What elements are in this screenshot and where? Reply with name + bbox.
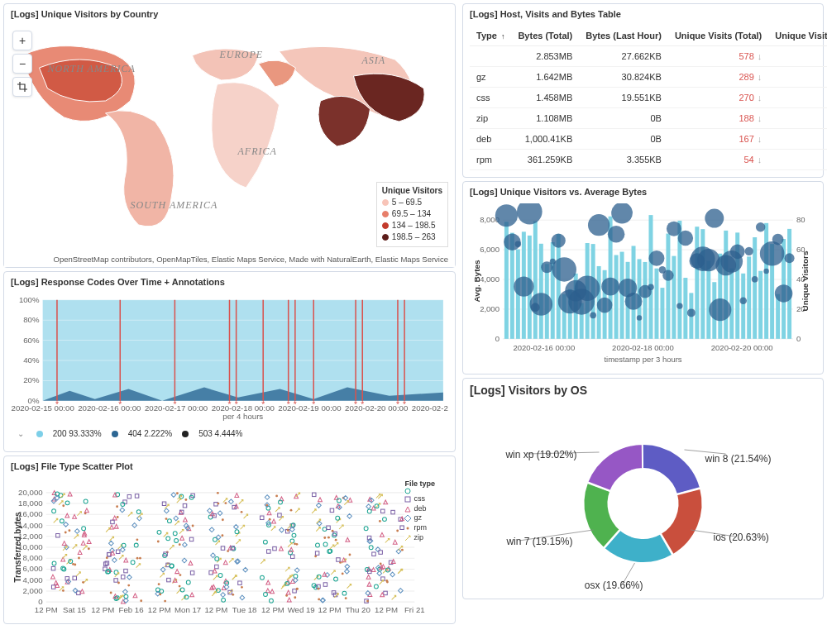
zoom-out-button[interactable]: −: [12, 54, 32, 74]
svg-text:12 PM: 12 PM: [261, 605, 284, 614]
svg-text:Wed 19: Wed 19: [288, 605, 315, 614]
svg-text:timestamp per 3 hours: timestamp per 3 hours: [604, 355, 681, 364]
svg-point-183: [227, 550, 229, 552]
svg-text:40%: 40%: [23, 355, 40, 365]
svg-rect-1: [43, 300, 443, 401]
svg-text:12 PM: 12 PM: [35, 605, 58, 614]
bubble-chart[interactable]: 02,0004,0006,0008,000 020406080 2020-02-…: [470, 203, 816, 367]
svg-rect-342: [614, 255, 619, 339]
table-row[interactable]: deb1,000.41KB0B167↓0↓: [470, 129, 827, 150]
table-row[interactable]: zip1.108MB0B188↓0↓: [470, 108, 827, 129]
table-header[interactable]: Unique Visits (Total): [668, 26, 768, 46]
svg-text:60%: 60%: [23, 336, 40, 345]
table-header[interactable]: Unique Visits (Last Hour): [768, 26, 827, 46]
svg-point-92: [65, 532, 67, 534]
donut-slice[interactable]: [640, 444, 700, 494]
table-row[interactable]: gz1.642MB30.824KB289↓4↓: [470, 67, 827, 88]
svg-rect-348: [648, 215, 653, 339]
svg-rect-347: [643, 262, 648, 339]
legend-item[interactable]: 5 – 69.5: [382, 197, 442, 208]
svg-point-119: [110, 592, 112, 594]
continent-label: EUROPE: [219, 49, 264, 60]
table-header[interactable]: Bytes (Total): [511, 26, 579, 46]
svg-point-419: [760, 241, 785, 266]
svg-rect-146: [183, 503, 186, 507]
table-row[interactable]: 2.853MB27.662KB578↓6↓: [470, 46, 827, 67]
legend-item[interactable]: 198.5 – 263: [382, 231, 442, 243]
svg-text:4,000: 4,000: [22, 575, 42, 584]
svg-point-114: [140, 599, 142, 602]
svg-text:6,000: 6,000: [22, 565, 42, 574]
response-chart[interactable]: 0%20%40%60%80%100% 2020-02-15 00:002020-…: [11, 293, 448, 426]
svg-rect-97: [51, 566, 55, 570]
svg-point-268: [318, 598, 320, 600]
svg-point-301: [375, 504, 379, 508]
svg-text:12 PM: 12 PM: [318, 605, 342, 614]
legend-item[interactable]: css: [404, 494, 435, 504]
svg-text:80%: 80%: [23, 315, 40, 324]
svg-point-300: [386, 581, 389, 584]
svg-text:6,000: 6,000: [480, 245, 500, 254]
svg-rect-230: [267, 550, 270, 553]
legend-item[interactable]: deb: [404, 504, 435, 514]
svg-point-375: [515, 241, 521, 247]
svg-point-84: [84, 499, 88, 503]
svg-rect-289: [384, 591, 387, 594]
svg-point-390: [597, 298, 613, 313]
svg-rect-104: [51, 585, 55, 589]
donut-chart[interactable]: win 8 (21.54%)ios (20.63%)osx (19.66%)wi…: [463, 400, 823, 599]
svg-point-208: [241, 511, 243, 513]
svg-text:12 PM: 12 PM: [375, 605, 398, 614]
svg-text:*: *: [287, 400, 290, 409]
svg-point-288: [396, 530, 399, 532]
map-body[interactable]: + − NO: [4, 22, 455, 267]
svg-point-267: [349, 554, 351, 556]
logs-table: Type ↑Bytes (Total)Bytes (Last Hour)Uniq…: [470, 26, 827, 170]
legend-item[interactable]: [404, 488, 435, 494]
svg-text:2020-02-20 00:00: 2020-02-20 00:00: [711, 343, 773, 352]
svg-text:*: *: [261, 400, 265, 409]
svg-point-226: [269, 518, 271, 521]
donut-slice[interactable]: [587, 444, 643, 491]
map-attribution: OpenStreetMap contributors, OpenMapTiles…: [54, 255, 448, 264]
legend-item[interactable]: rpm: [404, 523, 435, 533]
svg-text:12 PM: 12 PM: [91, 605, 114, 614]
fit-bounds-button[interactable]: [12, 77, 32, 97]
svg-text:Transferred bytes: Transferred bytes: [13, 512, 22, 583]
legend-item[interactable]: 69.5 – 134: [382, 208, 442, 220]
table-header[interactable]: Type ↑: [470, 26, 511, 46]
legend-item[interactable]: zip: [404, 533, 435, 543]
svg-point-99: [52, 561, 56, 565]
svg-text:*: *: [118, 400, 122, 409]
svg-point-252: [323, 537, 326, 539]
table-row[interactable]: css1.458MB19.551KB270↓3↓: [470, 88, 827, 108]
svg-point-258: [342, 572, 344, 575]
svg-point-383: [552, 257, 576, 281]
legend-item[interactable]: 200 93.333%: [36, 429, 102, 438]
svg-point-291: [367, 509, 371, 513]
svg-point-179: [159, 594, 161, 596]
svg-rect-292: [391, 510, 394, 513]
svg-text:2,000: 2,000: [480, 304, 500, 313]
legend-item[interactable]: 503 4.444%: [182, 429, 242, 438]
svg-point-263: [323, 527, 327, 532]
svg-point-392: [608, 226, 625, 243]
legend-item[interactable]: 404 2.222%: [112, 429, 172, 438]
svg-text:20,000: 20,000: [18, 488, 43, 497]
dashboard-grid: [Logs] Unique Visitors by Country + −: [0, 0, 827, 627]
svg-text:2020-02-16 00:00: 2020-02-16 00:00: [78, 403, 141, 413]
svg-point-401: [662, 270, 673, 281]
svg-point-387: [575, 276, 600, 301]
zoom-in-button[interactable]: +: [12, 31, 32, 50]
scatter-chart[interactable]: 02,0004,0006,0008,00010,00012,00014,0001…: [11, 478, 448, 617]
legend-item[interactable]: 134 – 198.5: [382, 220, 442, 231]
legend-toggle[interactable]: ⌄: [17, 429, 24, 438]
svg-point-186: [221, 534, 223, 537]
svg-point-127: [116, 505, 118, 508]
table-row[interactable]: rpm361.259KB3.355KB54↓2↓: [470, 150, 827, 170]
legend-item[interactable]: gz: [404, 513, 435, 523]
svg-text:2020-02-21 00:00: 2020-02-21 00:00: [412, 403, 448, 413]
panel-bubble: [Logs] Unique Visitors vs. Average Bytes…: [462, 181, 824, 374]
svg-rect-302: [400, 526, 404, 529]
table-header[interactable]: Bytes (Last Hour): [579, 26, 668, 46]
